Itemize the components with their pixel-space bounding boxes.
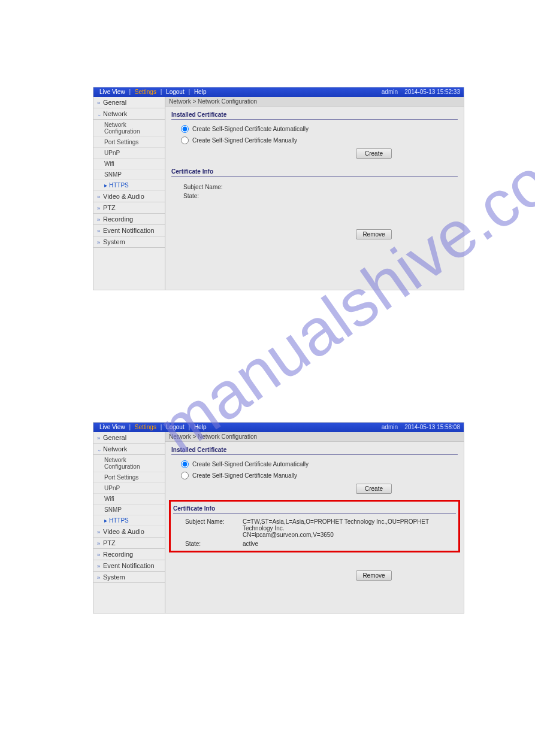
section-installed-certificate: Installed Certificate: [171, 110, 458, 120]
current-user: admin: [382, 89, 398, 95]
subject-name-label: Subject Name:: [183, 184, 241, 190]
separator: |: [129, 89, 131, 95]
nav-logout[interactable]: Logout: [164, 424, 187, 430]
sidebar: General Network Network Configuration Po…: [93, 432, 165, 613]
radio-manual-label: Create Self-Signed Certificate Manually: [192, 137, 297, 144]
sidebar-item-port-settings[interactable]: Port Settings: [93, 137, 165, 148]
chevron-down-icon: [97, 111, 102, 117]
nav-live-view[interactable]: Live View: [97, 89, 128, 95]
state-label: State:: [185, 541, 243, 547]
top-nav-left: Live View | Settings | Logout | Help: [97, 423, 208, 432]
sidebar-item-network-configuration[interactable]: Network Configuration: [93, 120, 165, 137]
subject-name-value: [241, 184, 458, 190]
breadcrumb: Network > Network Configuration: [165, 97, 464, 107]
chevron-icon: [97, 552, 102, 558]
separator: |: [161, 424, 162, 430]
chevron-icon: [97, 100, 102, 106]
chevron-icon: [97, 563, 102, 569]
chevron-icon: [97, 228, 102, 234]
sidebar-item-system[interactable]: System: [93, 236, 165, 248]
chevron-icon: [97, 194, 102, 200]
sidebar-item-recording[interactable]: Recording: [93, 214, 165, 225]
create-button[interactable]: Create: [356, 484, 392, 494]
sidebar-item-video-audio[interactable]: Video & Audio: [93, 526, 165, 538]
certificate-info-box-highlighted: Certificate Info Subject Name: C=TW,ST=A…: [169, 500, 460, 552]
top-nav-bar: Live View | Settings | Logout | Help adm…: [93, 423, 464, 432]
main-content: Network > Network Configuration Installe…: [165, 432, 464, 613]
chevron-icon: [97, 575, 102, 581]
sidebar-item-event-notification[interactable]: Event Notification: [93, 560, 165, 572]
sidebar-item-network[interactable]: Network: [93, 444, 165, 455]
sidebar-item-upnp[interactable]: UPnP: [93, 483, 165, 494]
sidebar-item-snmp[interactable]: SNMP: [93, 169, 165, 180]
sidebar-item-https[interactable]: HTTPS: [93, 180, 165, 191]
section-certificate-info: Certificate Info: [171, 167, 458, 177]
sidebar-item-recording[interactable]: Recording: [93, 549, 165, 560]
separator: |: [188, 424, 190, 430]
separator: |: [129, 424, 131, 430]
radio-auto-label: Create Self-Signed Certificate Automatic…: [192, 461, 309, 467]
current-datetime: 2014-05-13 15:52:33: [404, 89, 460, 95]
chevron-icon: [97, 239, 102, 245]
top-nav-bar: Live View | Settings | Logout | Help adm…: [93, 87, 464, 97]
sidebar-item-ptz[interactable]: PTZ: [93, 538, 165, 549]
sidebar-item-network[interactable]: Network: [93, 108, 165, 120]
sidebar-item-network-configuration[interactable]: Network Configuration: [93, 455, 165, 472]
sidebar-item-wifi[interactable]: Wifi: [93, 159, 165, 169]
sidebar-item-wifi[interactable]: Wifi: [93, 494, 165, 505]
radio-auto-label: Create Self-Signed Certificate Automatic…: [192, 126, 309, 132]
subject-name-value: C=TW,ST=Asia,L=Asia,O=PROPHET Technology…: [243, 518, 456, 538]
separator: |: [188, 89, 190, 95]
subject-name-label: Subject Name:: [185, 518, 243, 538]
radio-manual-self-signed[interactable]: [181, 136, 189, 144]
sidebar-item-video-audio[interactable]: Video & Audio: [93, 191, 165, 202]
chevron-icon: [97, 205, 102, 211]
radio-manual-self-signed[interactable]: [181, 472, 189, 479]
sidebar-item-general[interactable]: General: [93, 432, 165, 444]
nav-logout[interactable]: Logout: [164, 89, 187, 95]
sidebar-item-snmp[interactable]: SNMP: [93, 505, 165, 515]
sidebar-item-system[interactable]: System: [93, 572, 165, 583]
section-certificate-info: Certificate Info: [173, 504, 456, 514]
sidebar-item-general[interactable]: General: [93, 97, 165, 108]
radio-manual-label: Create Self-Signed Certificate Manually: [192, 472, 297, 479]
section-installed-certificate: Installed Certificate: [171, 445, 458, 455]
chevron-down-icon: [97, 447, 102, 453]
top-nav-right: admin 2014-05-13 15:58:08: [382, 423, 460, 432]
sidebar-item-port-settings[interactable]: Port Settings: [93, 472, 165, 483]
chevron-icon: [97, 529, 102, 535]
remove-button[interactable]: Remove: [356, 570, 392, 581]
nav-settings[interactable]: Settings: [132, 424, 159, 430]
nav-help[interactable]: Help: [192, 89, 209, 95]
state-label: State:: [183, 193, 241, 199]
main-content: Network > Network Configuration Installe…: [165, 97, 464, 290]
sidebar-item-upnp[interactable]: UPnP: [93, 148, 165, 159]
radio-auto-self-signed[interactable]: [181, 460, 189, 468]
separator: |: [161, 89, 162, 95]
sidebar-item-ptz[interactable]: PTZ: [93, 202, 165, 214]
sidebar-item-https[interactable]: HTTPS: [93, 515, 165, 526]
breadcrumb: Network > Network Configuration: [165, 432, 464, 442]
chevron-icon: [97, 435, 102, 441]
radio-auto-self-signed[interactable]: [181, 125, 189, 133]
top-nav-left: Live View | Settings | Logout | Help: [97, 87, 208, 97]
top-nav-right: admin 2014-05-13 15:52:33: [382, 87, 460, 97]
create-button[interactable]: Create: [356, 148, 392, 159]
remove-button[interactable]: Remove: [356, 229, 392, 239]
screenshot-2: Live View | Settings | Logout | Help adm…: [93, 422, 464, 614]
sidebar-item-event-notification[interactable]: Event Notification: [93, 225, 165, 236]
nav-help[interactable]: Help: [192, 424, 209, 430]
screenshot-1: Live View | Settings | Logout | Help adm…: [93, 87, 464, 290]
certificate-info-box: Subject Name: State:: [171, 180, 458, 203]
chevron-icon: [97, 217, 102, 223]
state-value: [241, 193, 458, 199]
state-value: active: [243, 541, 456, 547]
sidebar: General Network Network Configuration Po…: [93, 97, 165, 290]
current-user: admin: [382, 424, 398, 430]
nav-settings[interactable]: Settings: [132, 89, 159, 95]
current-datetime: 2014-05-13 15:58:08: [404, 424, 460, 430]
nav-live-view[interactable]: Live View: [97, 424, 128, 430]
chevron-icon: [97, 541, 102, 546]
